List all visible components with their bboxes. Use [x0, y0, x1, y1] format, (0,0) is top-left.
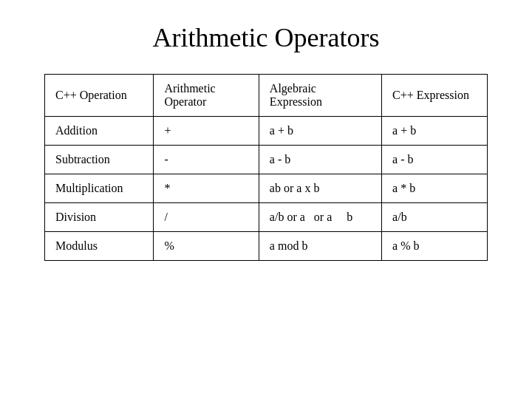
- table-row: Modulus % a mod b a % b: [45, 232, 488, 261]
- row-algebraic: a/b or a or a b: [259, 203, 381, 232]
- row-operation: Subtraction: [45, 146, 154, 174]
- header-arithmetic-operator: Arithmetic Operator: [154, 75, 259, 117]
- table-row: Multiplication * ab or a x b a * b: [45, 174, 488, 203]
- row-operation: Modulus: [45, 232, 154, 261]
- row-algebraic: a - b: [259, 146, 381, 174]
- page-title: Arithmetic Operators: [153, 22, 380, 53]
- row-operator: *: [154, 174, 259, 203]
- row-cpp: a * b: [382, 174, 488, 203]
- row-cpp: a % b: [382, 232, 488, 261]
- row-operator: +: [154, 117, 259, 146]
- row-cpp: a + b: [382, 117, 488, 146]
- table-row: Subtraction - a - b a - b: [45, 146, 488, 174]
- table-header-row: C++ Operation Arithmetic Operator Algebr…: [45, 75, 488, 117]
- row-operator: /: [154, 203, 259, 232]
- row-algebraic: ab or a x b: [259, 174, 381, 203]
- table-row: Addition + a + b a + b: [45, 117, 488, 146]
- row-operation: Multiplication: [45, 174, 154, 203]
- row-algebraic: a mod b: [259, 232, 381, 261]
- row-operation: Addition: [45, 117, 154, 146]
- header-operation: C++ Operation: [45, 75, 154, 117]
- row-cpp: a/b: [382, 203, 488, 232]
- row-operator: -: [154, 146, 259, 174]
- arithmetic-operators-table: C++ Operation Arithmetic Operator Algebr…: [44, 74, 488, 261]
- header-cpp-expression: C++ Expression: [382, 75, 488, 117]
- row-cpp: a - b: [382, 146, 488, 174]
- header-algebraic-expression: Algebraic Expression: [259, 75, 381, 117]
- row-operator: %: [154, 232, 259, 261]
- row-operation: Division: [45, 203, 154, 232]
- table-row: Division / a/b or a or a b a/b: [45, 203, 488, 232]
- row-algebraic: a + b: [259, 117, 381, 146]
